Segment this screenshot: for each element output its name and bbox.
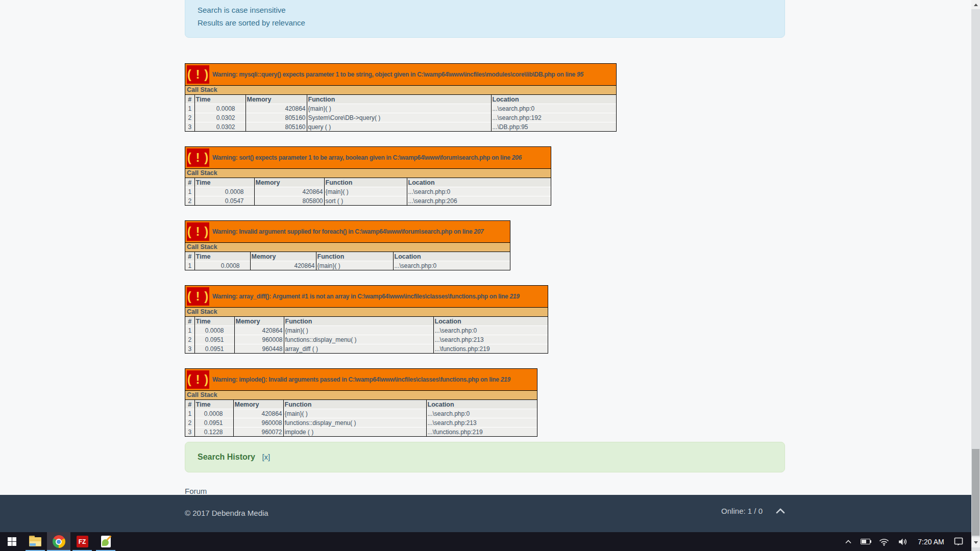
call-stack-label: Call Stack [185, 308, 548, 317]
stack-row: 1 0.0008 420864 {main}( ) ...\search.php… [185, 326, 548, 335]
search-history-close-link[interactable]: [x] [262, 453, 270, 461]
call-stack-table: # Time Memory Function Location 1 0.0008… [185, 95, 616, 131]
col-header-function: Function [316, 252, 393, 261]
warning-message: Warning: sort() expects parameter 1 to b… [212, 154, 522, 161]
warning-message: Warning: implode(): Invalid arguments pa… [212, 376, 510, 383]
stack-header-row: # Time Memory Function Location [185, 252, 510, 261]
copyright-text: © 2017 Debendra Media [185, 509, 268, 517]
down-triangle-icon [974, 541, 978, 544]
stack-header-row: # Time Memory Function Location [185, 317, 548, 326]
warning-message: Warning: mysqli::query() expects paramet… [212, 71, 583, 78]
stack-row: 1 0.0008 420864 {main}( ) ...\search.php… [185, 261, 510, 270]
warning-message: Warning: Invalid argument supplied for f… [212, 228, 483, 235]
stack-row: 1 0.0008 420864 {main}( ) ...\search.php… [185, 104, 616, 113]
warning-message-text: Warning: implode(): Invalid arguments pa… [212, 376, 501, 383]
info-line: Results are sorted by relevance [198, 16, 772, 29]
notifications-icon[interactable] [954, 537, 963, 546]
warning-message-text: Warning: sort() expects parameter 1 to b… [212, 154, 512, 161]
chrome-icon [53, 535, 65, 548]
col-header-location: Location [393, 252, 510, 261]
scroll-top-chevron-icon[interactable] [776, 508, 785, 514]
up-triangle-icon [974, 4, 978, 6]
scrollbar-down-arrow[interactable] [971, 537, 980, 547]
browser-viewport: Search is case insensitive Results are s… [0, 0, 971, 532]
forum-link[interactable]: Forum [185, 487, 207, 495]
hidden-icons-chevron-icon[interactable] [845, 540, 852, 544]
col-header-memory: Memory [233, 400, 283, 409]
col-header-memory: Memory [250, 252, 316, 261]
stack-row: 1 0.0008 420864 {main}( ) ...\search.php… [185, 187, 551, 196]
wifi-icon[interactable] [879, 538, 889, 546]
search-tips-info-box: Search is case insensitive Results are s… [185, 0, 785, 38]
taskbar-file-explorer[interactable] [23, 532, 47, 551]
page-content: Search is case insensitive Results are s… [185, 0, 785, 496]
call-stack-table: # Time Memory Function Location 1 0.0008… [185, 178, 551, 205]
call-stack-label: Call Stack [185, 391, 537, 400]
taskbar-chrome[interactable] [47, 532, 70, 551]
php-warning-5: ( ! ) Warning: implode(): Invalid argume… [185, 368, 537, 437]
stack-row: 2 0.0951 960008 functions::display_menu(… [185, 335, 548, 344]
warning-exclamation-icon: ( ! ) [187, 370, 209, 389]
warning-line-number: 219 [509, 293, 519, 300]
col-header-memory: Memory [254, 178, 324, 187]
filezilla-icon: FZ [77, 536, 88, 547]
col-header-time: Time [194, 252, 250, 261]
col-header-function: Function [307, 95, 491, 104]
warning-line-number: 95 [577, 71, 583, 78]
stack-row: 2 0.0547 805800 sort ( ) ...\search.php:… [185, 196, 551, 206]
browser-scrollbar[interactable] [971, 0, 980, 551]
col-header-location: Location [426, 400, 537, 409]
col-header-num: # [185, 95, 194, 104]
search-history-title: Search History [198, 453, 255, 461]
col-header-memory: Memory [246, 95, 307, 104]
col-header-num: # [185, 178, 194, 187]
stack-row: 3 0.0951 960448 array_diff ( ) ...\funct… [185, 344, 548, 354]
volume-icon[interactable] [898, 538, 908, 546]
warning-title-bar: ( ! ) Warning: implode(): Invalid argume… [185, 369, 537, 391]
col-header-location: Location [407, 178, 551, 187]
taskbar-clock[interactable]: 7:20 AM [917, 538, 945, 546]
stack-header-row: # Time Memory Function Location [185, 400, 537, 409]
notepad-plus-plus-icon [101, 536, 111, 547]
warning-exclamation-icon: ( ! ) [187, 287, 209, 306]
start-button[interactable] [0, 532, 23, 551]
battery-icon[interactable] [861, 539, 870, 544]
call-stack-table: # Time Memory Function Location 1 0.0008… [185, 252, 510, 270]
php-warning-1: ( ! ) Warning: mysqli::query() expects p… [185, 63, 617, 132]
warning-message-text: Warning: array_diff(): Argument #1 is no… [212, 293, 509, 300]
stack-header-row: # Time Memory Function Location [185, 95, 616, 104]
page-footer: © 2017 Debendra Media Online: 1 / 0 [0, 495, 971, 532]
warning-exclamation-icon: ( ! ) [187, 65, 209, 84]
col-header-time: Time [194, 400, 233, 409]
col-header-num: # [185, 317, 194, 326]
stack-row: 2 0.0302 805160 System\Core\DB->query( )… [185, 113, 616, 122]
warning-title-bar: ( ! ) Warning: sort() expects parameter … [185, 147, 551, 169]
col-header-num: # [185, 252, 194, 261]
info-line: Search is case insensitive [198, 4, 772, 16]
stack-header-row: # Time Memory Function Location [185, 178, 551, 187]
system-tray: 7:20 AM [845, 532, 971, 551]
scrollbar-up-arrow[interactable] [971, 0, 980, 9]
php-warning-3: ( ! ) Warning: Invalid argument supplied… [185, 220, 510, 270]
warning-line-number: 206 [512, 154, 522, 161]
stack-row: 2 0.0951 960008 functions::display_menu(… [185, 418, 537, 428]
warning-exclamation-icon: ( ! ) [187, 148, 209, 167]
col-header-function: Function [283, 400, 426, 409]
call-stack-table: # Time Memory Function Location 1 0.0008… [185, 317, 548, 353]
col-header-location: Location [433, 317, 548, 326]
call-stack-label: Call Stack [185, 86, 616, 95]
stack-row: 1 0.0008 420864 {main}( ) ...\search.php… [185, 409, 537, 418]
scrollbar-thumb[interactable] [972, 449, 979, 536]
windows-logo-icon [8, 537, 16, 546]
call-stack-table: # Time Memory Function Location 1 0.0008… [185, 400, 537, 436]
search-history-panel: Search History [x] [185, 442, 785, 472]
stack-row: 3 0.1228 960072 implode ( ) ...\function… [185, 428, 537, 437]
col-header-time: Time [194, 178, 254, 187]
warning-title-bar: ( ! ) Warning: mysqli::query() expects p… [185, 64, 616, 86]
taskbar-app-icons: FZ [0, 532, 117, 551]
taskbar-notepadpp[interactable] [94, 532, 117, 551]
php-warning-4: ( ! ) Warning: array_diff(): Argument #1… [185, 285, 548, 354]
php-warning-2: ( ! ) Warning: sort() expects parameter … [185, 146, 551, 206]
warning-message: Warning: array_diff(): Argument #1 is no… [212, 293, 520, 300]
taskbar-filezilla[interactable]: FZ [70, 532, 94, 551]
